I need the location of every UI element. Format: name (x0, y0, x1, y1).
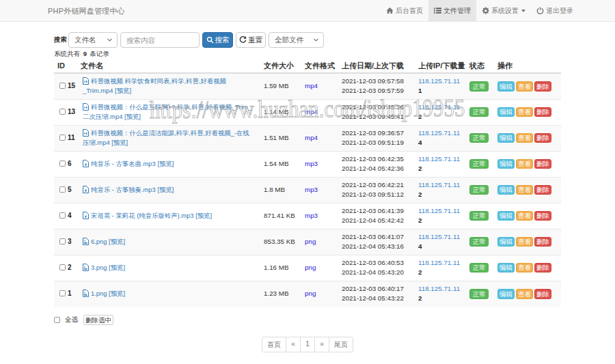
status-badge[interactable]: 正常 (469, 263, 489, 273)
row-checkbox[interactable] (59, 238, 66, 244)
status-badge[interactable]: 正常 (469, 237, 489, 247)
status-badge[interactable]: 正常 (469, 185, 489, 195)
status-badge[interactable]: 正常 (469, 81, 489, 92)
edit-button[interactable]: 编辑 (497, 159, 515, 169)
upload-ip-link[interactable]: 118.125.71.11 (418, 155, 460, 163)
file-link[interactable]: 科普微视频 科学饮食时间表,科学,科普,好看视频_Trim.mp4 (83, 77, 226, 94)
file-link[interactable]: 宋祖英 - 茉莉花 (纯音乐版铃声).mp3 (83, 212, 194, 219)
file-link[interactable]: 1.png (83, 290, 107, 297)
file-format-link[interactable]: mp3 (305, 160, 318, 167)
delete-button[interactable]: 删除 (534, 289, 551, 299)
search-button[interactable]: 搜索 (202, 32, 233, 48)
edit-button[interactable]: 编辑 (497, 107, 515, 117)
upload-ip-link[interactable]: 118.125.71.11 (418, 103, 460, 111)
delete-button[interactable]: 删除 (534, 133, 551, 143)
view-button[interactable]: 查看 (516, 289, 533, 299)
file-link[interactable]: 科普微视频：什么是互联网+?,科学,科普,好看视频_Trim_二次压缩.mp4 (83, 103, 251, 120)
upload-ip-link[interactable]: 118.125.71.11 (418, 207, 460, 214)
status-badge[interactable]: 正常 (469, 107, 489, 117)
row-checkbox[interactable] (59, 264, 66, 270)
pagination-first[interactable]: 首页 (262, 337, 286, 352)
upload-ip-link[interactable]: 118.125.71.11 (418, 77, 460, 85)
file-link[interactable]: 纯音乐 - 古筝独奏.mp3 (83, 186, 156, 193)
table-row: 1 1.png [预览] 1.23 MB png 2021-12-03 06:4… (54, 281, 561, 307)
view-button[interactable]: 查看 (516, 81, 533, 92)
preview-link[interactable]: [预览] (111, 139, 128, 146)
delete-button[interactable]: 删除 (534, 263, 551, 273)
row-checkbox[interactable] (59, 186, 66, 193)
row-checkbox[interactable] (59, 160, 66, 167)
delete-button[interactable]: 删除 (534, 159, 551, 169)
select-all-checkbox[interactable] (54, 317, 60, 323)
nav-item-admin-home[interactable]: 后台首页 (381, 0, 428, 21)
pagination-prev[interactable]: « (286, 337, 301, 352)
preview-link[interactable]: [预览] (109, 238, 125, 245)
row-checkbox[interactable] (59, 290, 66, 296)
status-badge[interactable]: 正常 (469, 133, 489, 143)
file-format-link[interactable]: mp3 (305, 212, 318, 219)
preview-link[interactable]: [预览] (115, 87, 131, 94)
file-format-link[interactable]: mp3 (305, 186, 318, 193)
file-format-link[interactable]: mp4 (305, 134, 318, 141)
search-input[interactable] (120, 32, 200, 48)
preview-link[interactable]: [预览] (109, 290, 125, 297)
search-label: 搜索 (54, 36, 67, 44)
view-button[interactable]: 查看 (516, 263, 533, 273)
edit-button[interactable]: 编辑 (497, 185, 515, 195)
status-badge[interactable]: 正常 (469, 289, 489, 299)
upload-ip-link[interactable]: 118.125.71.11 (418, 259, 460, 266)
view-button[interactable]: 查看 (516, 237, 533, 247)
file-format-link[interactable]: mp4 (305, 108, 318, 115)
upload-ip-link[interactable]: 118.125.71.11 (418, 233, 460, 240)
edit-button[interactable]: 编辑 (497, 263, 515, 273)
file-video-icon (83, 77, 89, 85)
delete-button[interactable]: 删除 (534, 81, 551, 92)
pagination-next[interactable]: » (314, 337, 329, 352)
delete-button[interactable]: 删除 (534, 107, 551, 117)
file-format-link[interactable]: mp4 (305, 82, 318, 89)
upload-ip-link[interactable]: 118.125.71.11 (418, 285, 460, 292)
preview-link[interactable]: [预览] (195, 212, 212, 219)
delete-button[interactable]: 删除 (534, 185, 551, 195)
delete-button[interactable]: 删除 (534, 237, 551, 247)
nav-item-logout[interactable]: 退出登录 (531, 0, 579, 21)
upload-ip-link[interactable]: 118.125.71.11 (418, 181, 460, 188)
row-checkbox[interactable] (59, 212, 66, 219)
search-field-select[interactable]: 文件名 (68, 32, 118, 48)
file-format-link[interactable]: png (305, 290, 316, 297)
delete-selected-button[interactable]: 删除选中 (83, 315, 113, 325)
edit-button[interactable]: 编辑 (497, 133, 515, 143)
preview-link[interactable]: [预览] (157, 186, 174, 193)
edit-button[interactable]: 编辑 (497, 211, 515, 221)
view-button[interactable]: 查看 (516, 107, 533, 117)
file-link[interactable]: 科普微视频：什么是清洁能源,科学,科普,好看视频_-在线压缩.mp4 (83, 129, 249, 146)
edit-button[interactable]: 编辑 (497, 237, 515, 247)
nav-item-system-settings[interactable]: 系统设置 (476, 0, 531, 21)
view-button[interactable]: 查看 (516, 159, 533, 169)
view-button[interactable]: 查看 (516, 133, 533, 143)
file-link[interactable]: 6.png (83, 238, 107, 245)
preview-link[interactable]: [预览] (157, 160, 174, 167)
row-checkbox[interactable] (59, 109, 66, 115)
view-button[interactable]: 查看 (516, 211, 533, 221)
pagination-page-1[interactable]: 1 (300, 337, 315, 352)
preview-link[interactable]: [预览] (109, 264, 125, 271)
row-checkbox[interactable] (59, 135, 66, 141)
row-checkbox[interactable] (59, 83, 66, 89)
file-format-link[interactable]: png (305, 264, 316, 271)
preview-link[interactable]: [预览] (124, 113, 141, 120)
file-link[interactable]: 3.png (83, 264, 107, 271)
file-link[interactable]: 纯音乐 - 古筝名曲.mp3 (83, 160, 156, 167)
view-button[interactable]: 查看 (516, 185, 533, 195)
delete-button[interactable]: 删除 (534, 211, 551, 221)
reset-button[interactable]: 重置 (236, 32, 266, 48)
nav-item-file-management[interactable]: 文件管理 (428, 0, 476, 21)
file-format-link[interactable]: png (305, 238, 316, 245)
upload-ip-link[interactable]: 118.125.71.11 (418, 129, 460, 137)
edit-button[interactable]: 编辑 (497, 289, 515, 299)
status-badge[interactable]: 正常 (469, 211, 489, 221)
pagination-last[interactable]: 尾页 (329, 337, 353, 352)
file-type-select[interactable]: 全部文件 (269, 32, 324, 48)
status-badge[interactable]: 正常 (469, 159, 489, 169)
edit-button[interactable]: 编辑 (497, 81, 515, 92)
